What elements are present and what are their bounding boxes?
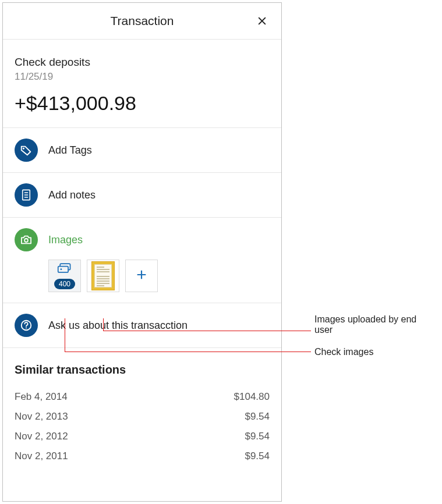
similar-transaction-row[interactable]: Feb 4, 2014$104.80 <box>15 387 270 407</box>
similar-transaction-amount: $9.54 <box>245 411 270 423</box>
add-image-button[interactable] <box>125 260 158 292</box>
close-button[interactable] <box>254 13 270 29</box>
ask-us-label: Ask us about this transacction <box>48 320 188 332</box>
similar-transaction-date: Nov 2, 2013 <box>15 411 68 423</box>
annotation-line <box>65 318 65 352</box>
tag-icon <box>15 139 38 162</box>
check-images-thumb[interactable]: 400 <box>48 260 81 292</box>
check-stack-icon <box>57 262 72 276</box>
similar-transaction-row[interactable]: Nov 2, 2011$9.54 <box>15 446 270 466</box>
transaction-date: 11/25/19 <box>15 71 270 83</box>
images-section: Images 400 <box>3 218 281 303</box>
svg-point-5 <box>24 239 28 242</box>
panel-title: Transaction <box>30 14 254 28</box>
help-icon <box>15 314 38 337</box>
similar-transaction-date: Nov 2, 2012 <box>15 431 68 442</box>
notes-icon <box>15 183 38 207</box>
summary-block: Check deposits 11/25/19 +$413,000.98 <box>3 40 281 128</box>
transaction-amount: +$413,000.98 <box>15 92 270 115</box>
check-count-badge: 400 <box>54 279 75 289</box>
svg-rect-7 <box>58 267 68 272</box>
similar-heading: Similar transactions <box>15 363 270 377</box>
svg-point-0 <box>23 148 24 150</box>
transaction-panel: Transaction Check deposits 11/25/19 +$41… <box>2 2 282 502</box>
panel-header: Transaction <box>3 3 281 40</box>
close-icon <box>256 15 268 27</box>
similar-transactions: Similar transactions Feb 4, 2014$104.80N… <box>3 348 281 466</box>
annotation-line <box>103 331 311 331</box>
add-notes-row[interactable]: Add notes <box>3 173 281 218</box>
similar-transaction-row[interactable]: Nov 2, 2012$9.54 <box>15 427 270 446</box>
plus-icon <box>135 268 148 283</box>
document-icon <box>91 261 115 290</box>
images-label: Images <box>48 234 83 246</box>
add-tags-row[interactable]: Add Tags <box>3 128 281 173</box>
transaction-category: Check deposits <box>15 56 270 69</box>
similar-transaction-amount: $9.54 <box>245 450 270 462</box>
annotation-line <box>65 352 311 352</box>
add-tags-label: Add Tags <box>48 144 92 157</box>
similar-transaction-amount: $9.54 <box>245 431 270 442</box>
svg-point-10 <box>26 328 27 329</box>
annotation-check-label: Check images <box>314 347 373 357</box>
annotation-line <box>103 318 104 331</box>
similar-transaction-date: Nov 2, 2011 <box>15 450 68 462</box>
camera-icon <box>15 228 38 251</box>
similar-transaction-date: Feb 4, 2014 <box>15 391 68 403</box>
svg-point-8 <box>61 268 62 270</box>
add-notes-label: Add notes <box>48 189 96 201</box>
annotation-uploaded-label: Images uploaded by end user <box>314 314 437 335</box>
similar-transaction-amount: $104.80 <box>234 391 270 403</box>
uploaded-image-thumb[interactable] <box>87 260 119 292</box>
similar-transaction-row[interactable]: Nov 2, 2013$9.54 <box>15 407 270 427</box>
ask-us-row[interactable]: Ask us about this transacction <box>3 303 281 348</box>
